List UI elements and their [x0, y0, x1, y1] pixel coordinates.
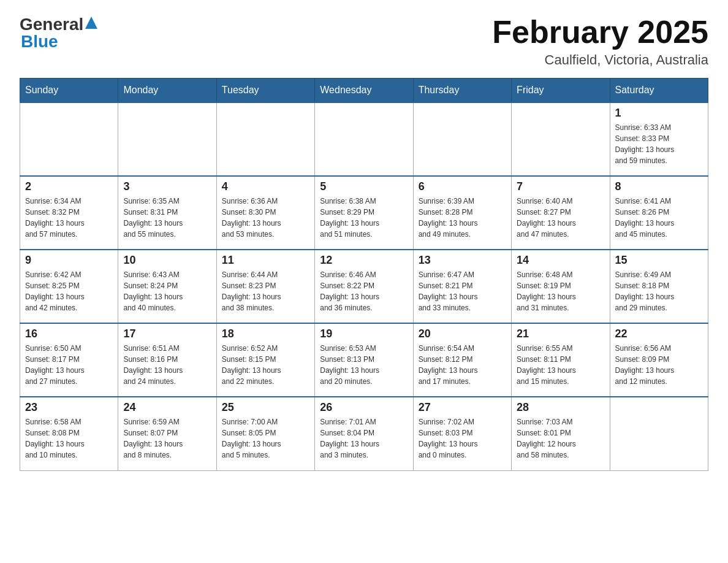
calendar-table: SundayMondayTuesdayWednesdayThursdayFrid…	[20, 78, 708, 471]
day-number: 14	[517, 254, 604, 267]
day-info: Sunrise: 6:58 AMSunset: 8:08 PMDaylight:…	[25, 416, 113, 461]
day-info: Sunrise: 6:52 AMSunset: 8:15 PMDaylight:…	[222, 343, 309, 387]
day-number: 25	[222, 401, 309, 414]
calendar-cell: 14Sunrise: 6:48 AMSunset: 8:19 PMDayligh…	[512, 250, 610, 323]
day-number: 17	[123, 327, 211, 340]
logo-blue-text: Blue	[21, 32, 58, 52]
weekday-header-row: SundayMondayTuesdayWednesdayThursdayFrid…	[20, 79, 708, 103]
calendar-cell: 4Sunrise: 6:36 AMSunset: 8:30 PMDaylight…	[216, 176, 314, 250]
calendar-cell: 13Sunrise: 6:47 AMSunset: 8:21 PMDayligh…	[413, 250, 511, 323]
day-info: Sunrise: 6:51 AMSunset: 8:16 PMDaylight:…	[123, 343, 211, 387]
day-number: 10	[123, 254, 211, 267]
calendar-cell: 27Sunrise: 7:02 AMSunset: 8:03 PMDayligh…	[413, 397, 511, 470]
day-number: 1	[615, 107, 703, 120]
day-number: 24	[123, 401, 211, 414]
day-info: Sunrise: 6:40 AMSunset: 8:27 PMDaylight:…	[517, 196, 604, 240]
day-info: Sunrise: 6:49 AMSunset: 8:18 PMDaylight:…	[615, 269, 703, 313]
day-info: Sunrise: 6:35 AMSunset: 8:31 PMDaylight:…	[123, 196, 211, 240]
calendar-cell: 12Sunrise: 6:46 AMSunset: 8:22 PMDayligh…	[315, 250, 413, 323]
day-info: Sunrise: 6:55 AMSunset: 8:11 PMDaylight:…	[517, 343, 604, 387]
weekday-header-saturday: Saturday	[610, 79, 708, 103]
day-info: Sunrise: 6:44 AMSunset: 8:23 PMDaylight:…	[222, 269, 309, 313]
day-info: Sunrise: 6:41 AMSunset: 8:26 PMDaylight:…	[615, 196, 703, 240]
day-number: 4	[222, 180, 309, 193]
calendar-cell: 7Sunrise: 6:40 AMSunset: 8:27 PMDaylight…	[512, 176, 610, 250]
day-number: 9	[25, 254, 113, 267]
calendar-cell: 5Sunrise: 6:38 AMSunset: 8:29 PMDaylight…	[315, 176, 413, 250]
weekday-header-sunday: Sunday	[20, 79, 118, 103]
calendar-cell	[315, 102, 413, 176]
day-info: Sunrise: 6:46 AMSunset: 8:22 PMDaylight:…	[320, 269, 408, 313]
day-info: Sunrise: 6:48 AMSunset: 8:19 PMDaylight:…	[517, 269, 604, 313]
day-number: 8	[615, 180, 703, 193]
weekday-header-monday: Monday	[118, 79, 216, 103]
calendar-cell: 22Sunrise: 6:56 AMSunset: 8:09 PMDayligh…	[610, 323, 708, 397]
day-info: Sunrise: 7:00 AMSunset: 8:05 PMDaylight:…	[222, 416, 309, 461]
calendar-cell: 18Sunrise: 6:52 AMSunset: 8:15 PMDayligh…	[216, 323, 314, 397]
calendar-cell: 9Sunrise: 6:42 AMSunset: 8:25 PMDaylight…	[20, 250, 118, 323]
day-info: Sunrise: 7:02 AMSunset: 8:03 PMDaylight:…	[419, 416, 506, 461]
calendar-cell: 10Sunrise: 6:43 AMSunset: 8:24 PMDayligh…	[118, 250, 216, 323]
day-info: Sunrise: 6:34 AMSunset: 8:32 PMDaylight:…	[25, 196, 113, 240]
calendar-cell: 11Sunrise: 6:44 AMSunset: 8:23 PMDayligh…	[216, 250, 314, 323]
location-title: Caulfield, Victoria, Australia	[492, 52, 708, 68]
day-number: 5	[320, 180, 408, 193]
calendar-cell	[610, 397, 708, 470]
month-title: February 2025	[492, 15, 708, 50]
day-number: 11	[222, 254, 309, 267]
day-number: 19	[320, 327, 408, 340]
calendar-cell	[413, 102, 511, 176]
calendar-cell: 15Sunrise: 6:49 AMSunset: 8:18 PMDayligh…	[610, 250, 708, 323]
calendar-cell: 23Sunrise: 6:58 AMSunset: 8:08 PMDayligh…	[20, 397, 118, 470]
day-info: Sunrise: 6:42 AMSunset: 8:25 PMDaylight:…	[25, 269, 113, 313]
calendar-week-row: 1Sunrise: 6:33 AMSunset: 8:33 PMDaylight…	[20, 102, 708, 176]
day-number: 20	[419, 327, 506, 340]
day-info: Sunrise: 6:50 AMSunset: 8:17 PMDaylight:…	[25, 343, 113, 387]
calendar-cell: 24Sunrise: 6:59 AMSunset: 8:07 PMDayligh…	[118, 397, 216, 470]
day-info: Sunrise: 7:01 AMSunset: 8:04 PMDaylight:…	[320, 416, 408, 461]
calendar-cell: 17Sunrise: 6:51 AMSunset: 8:16 PMDayligh…	[118, 323, 216, 397]
title-section: February 2025 Caulfield, Victoria, Austr…	[492, 15, 708, 68]
calendar-cell: 21Sunrise: 6:55 AMSunset: 8:11 PMDayligh…	[512, 323, 610, 397]
calendar-cell: 8Sunrise: 6:41 AMSunset: 8:26 PMDaylight…	[610, 176, 708, 250]
calendar-week-row: 16Sunrise: 6:50 AMSunset: 8:17 PMDayligh…	[20, 323, 708, 397]
calendar-cell: 2Sunrise: 6:34 AMSunset: 8:32 PMDaylight…	[20, 176, 118, 250]
day-number: 26	[320, 401, 408, 414]
calendar-cell: 1Sunrise: 6:33 AMSunset: 8:33 PMDaylight…	[610, 102, 708, 176]
calendar-cell: 16Sunrise: 6:50 AMSunset: 8:17 PMDayligh…	[20, 323, 118, 397]
day-info: Sunrise: 7:03 AMSunset: 8:01 PMDaylight:…	[517, 416, 604, 461]
calendar-week-row: 23Sunrise: 6:58 AMSunset: 8:08 PMDayligh…	[20, 397, 708, 470]
day-number: 27	[419, 401, 506, 414]
calendar-week-row: 2Sunrise: 6:34 AMSunset: 8:32 PMDaylight…	[20, 176, 708, 250]
day-number: 15	[615, 254, 703, 267]
day-info: Sunrise: 6:56 AMSunset: 8:09 PMDaylight:…	[615, 343, 703, 387]
calendar-cell: 3Sunrise: 6:35 AMSunset: 8:31 PMDaylight…	[118, 176, 216, 250]
day-info: Sunrise: 6:53 AMSunset: 8:13 PMDaylight:…	[320, 343, 408, 387]
day-number: 18	[222, 327, 309, 340]
weekday-header-thursday: Thursday	[413, 79, 511, 103]
day-info: Sunrise: 6:33 AMSunset: 8:33 PMDaylight:…	[615, 122, 703, 166]
day-info: Sunrise: 6:54 AMSunset: 8:12 PMDaylight:…	[419, 343, 506, 387]
calendar-cell: 28Sunrise: 7:03 AMSunset: 8:01 PMDayligh…	[512, 397, 610, 470]
logo: General Blue	[20, 15, 97, 52]
calendar-cell	[118, 102, 216, 176]
weekday-header-tuesday: Tuesday	[216, 79, 314, 103]
svg-marker-0	[85, 17, 97, 29]
day-info: Sunrise: 6:36 AMSunset: 8:30 PMDaylight:…	[222, 196, 309, 240]
day-info: Sunrise: 6:38 AMSunset: 8:29 PMDaylight:…	[320, 196, 408, 240]
day-number: 28	[517, 401, 604, 414]
day-number: 21	[517, 327, 604, 340]
calendar-cell: 20Sunrise: 6:54 AMSunset: 8:12 PMDayligh…	[413, 323, 511, 397]
day-info: Sunrise: 6:47 AMSunset: 8:21 PMDaylight:…	[419, 269, 506, 313]
day-number: 7	[517, 180, 604, 193]
day-number: 3	[123, 180, 211, 193]
day-info: Sunrise: 6:59 AMSunset: 8:07 PMDaylight:…	[123, 416, 211, 461]
calendar-cell	[512, 102, 610, 176]
day-info: Sunrise: 6:39 AMSunset: 8:28 PMDaylight:…	[419, 196, 506, 240]
day-number: 22	[615, 327, 703, 340]
calendar-cell	[216, 102, 314, 176]
day-number: 12	[320, 254, 408, 267]
day-number: 13	[419, 254, 506, 267]
calendar-week-row: 9Sunrise: 6:42 AMSunset: 8:25 PMDaylight…	[20, 250, 708, 323]
calendar-cell: 19Sunrise: 6:53 AMSunset: 8:13 PMDayligh…	[315, 323, 413, 397]
